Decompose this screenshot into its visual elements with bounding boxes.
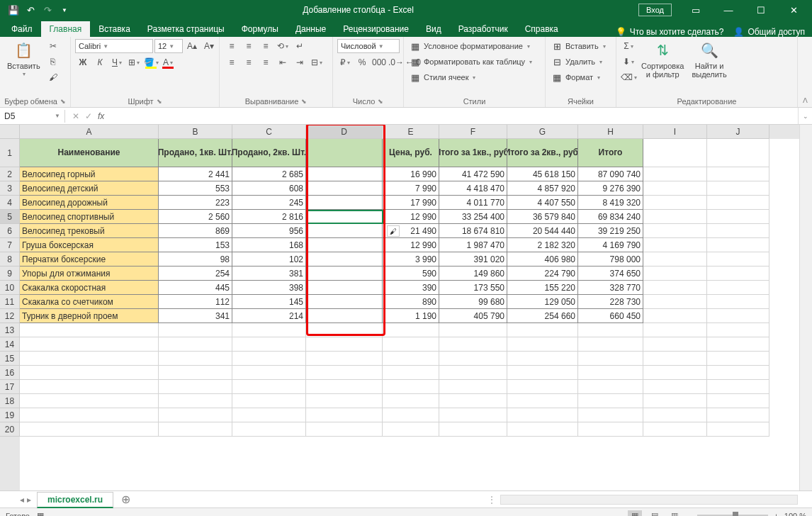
data-cell[interactable]: 391 020 [439, 252, 507, 267]
row-header-6[interactable]: 6 [0, 224, 20, 238]
redo-icon[interactable]: ↷ [40, 2, 55, 18]
vertical-scrollbar[interactable] [799, 125, 812, 490]
data-cell[interactable]: 254 [159, 267, 232, 281]
tab-data[interactable]: Данные [287, 21, 334, 37]
empty-cell[interactable] [383, 380, 439, 394]
data-cell[interactable]: 956 [232, 224, 306, 238]
empty-cell[interactable] [507, 352, 578, 366]
empty-cell[interactable] [383, 352, 439, 366]
empty-cell[interactable] [643, 408, 707, 422]
clipboard-launcher-icon[interactable]: ⬊ [60, 98, 66, 105]
data-cell[interactable] [643, 167, 707, 181]
empty-cell[interactable] [643, 352, 707, 366]
empty-cell[interactable] [159, 337, 232, 352]
horizontal-scrollbar[interactable] [500, 495, 798, 505]
empty-cell[interactable] [578, 366, 643, 380]
data-cell[interactable]: 41 472 590 [439, 167, 507, 181]
empty-cell[interactable] [507, 408, 578, 422]
data-cell[interactable] [306, 238, 383, 252]
header-cell[interactable]: Продано, 1кв. Шт. [159, 139, 232, 167]
empty-cell[interactable] [578, 323, 643, 337]
empty-cell[interactable] [159, 422, 232, 437]
column-header-H[interactable]: H [578, 125, 643, 139]
row-header-13[interactable]: 13 [0, 323, 20, 337]
empty-cell[interactable] [306, 352, 383, 366]
cell-styles-button[interactable]: ▦Стили ячеек▾ [408, 70, 477, 84]
increase-indent-icon[interactable]: ⇥ [292, 55, 308, 69]
paste-options-icon[interactable]: 🖌 [387, 225, 400, 237]
row-header-18[interactable]: 18 [0, 394, 20, 408]
find-select-button[interactable]: 🔍Найти и выделить [689, 39, 729, 80]
row-header-1[interactable]: 1 [0, 139, 20, 167]
empty-cell[interactable] [707, 422, 769, 437]
zoom-in-icon[interactable]: + [774, 512, 778, 517]
border-icon[interactable]: ⊞▾ [126, 55, 142, 69]
qat-dropdown-icon[interactable]: ▼ [57, 2, 72, 18]
expand-formula-bar-icon[interactable]: ⌄ [798, 108, 812, 124]
data-cell[interactable]: 99 680 [439, 295, 507, 309]
empty-cell[interactable] [159, 408, 232, 422]
empty-cell[interactable] [159, 380, 232, 394]
empty-cell[interactable] [232, 380, 306, 394]
row-header-5[interactable]: 5 [0, 210, 20, 224]
align-center-icon[interactable]: ≡ [241, 55, 256, 69]
data-cell[interactable]: 145 [232, 295, 306, 309]
row-header-20[interactable]: 20 [0, 422, 20, 437]
empty-cell[interactable] [232, 422, 306, 437]
row-header-3[interactable]: 3 [0, 181, 20, 196]
data-cell[interactable]: 45 618 150 [507, 167, 578, 181]
empty-cell[interactable] [383, 337, 439, 352]
empty-cell[interactable] [439, 422, 507, 437]
align-top-icon[interactable]: ≡ [224, 39, 239, 53]
data-cell[interactable]: 2 816 [232, 210, 306, 224]
sort-filter-button[interactable]: ⇅Сортировка и фильтр [638, 39, 687, 80]
data-cell[interactable] [643, 267, 707, 281]
tab-home[interactable]: Главная [41, 21, 91, 37]
data-cell[interactable]: Скакалка скоростная [20, 281, 159, 295]
empty-cell[interactable] [507, 422, 578, 437]
empty-cell[interactable] [507, 380, 578, 394]
data-cell[interactable] [707, 295, 769, 309]
empty-cell[interactable] [707, 337, 769, 352]
currency-icon[interactable]: ₽▾ [337, 55, 353, 69]
data-cell[interactable]: 254 660 [507, 309, 578, 323]
data-cell[interactable]: 223 [159, 196, 232, 210]
delete-cells-button[interactable]: ⊟Удалить▾ [550, 55, 604, 69]
empty-cell[interactable] [707, 380, 769, 394]
data-cell[interactable]: Упоры для отжимания [20, 267, 159, 281]
data-cell[interactable] [643, 295, 707, 309]
data-cell[interactable] [306, 196, 383, 210]
data-cell[interactable] [707, 210, 769, 224]
formula-input[interactable] [111, 115, 798, 118]
data-cell[interactable]: 12 990 [383, 238, 439, 252]
row-header-14[interactable]: 14 [0, 337, 20, 352]
data-cell[interactable] [707, 167, 769, 181]
tab-view[interactable]: Вид [417, 21, 450, 37]
data-cell[interactable]: 39 219 250 [578, 224, 643, 238]
empty-cell[interactable] [507, 337, 578, 352]
save-icon[interactable]: 💾 [6, 2, 21, 18]
data-cell[interactable]: 381 [232, 267, 306, 281]
row-header-8[interactable]: 8 [0, 252, 20, 267]
tab-page-layout[interactable]: Разметка страницы [139, 21, 233, 37]
empty-cell[interactable] [20, 422, 159, 437]
empty-cell[interactable] [578, 394, 643, 408]
data-cell[interactable]: 102 [232, 252, 306, 267]
empty-cell[interactable] [578, 352, 643, 366]
close-icon[interactable]: ✕ [779, 1, 808, 18]
data-cell[interactable] [306, 267, 383, 281]
empty-cell[interactable] [306, 366, 383, 380]
spreadsheet-grid[interactable]: ABCDEFGHIJ 12345678910111213141516171819… [0, 125, 812, 490]
data-cell[interactable]: 2 560 [159, 210, 232, 224]
empty-cell[interactable] [232, 366, 306, 380]
data-cell[interactable]: 2 182 320 [507, 238, 578, 252]
data-cell[interactable]: 12 990 [383, 210, 439, 224]
column-header-D[interactable]: D [306, 125, 383, 139]
format-painter-icon[interactable]: 🖌 [45, 70, 61, 84]
row-header-19[interactable]: 19 [0, 408, 20, 422]
comma-icon[interactable]: 000 [371, 55, 387, 69]
data-cell[interactable]: 398 [232, 281, 306, 295]
empty-cell[interactable] [20, 394, 159, 408]
data-cell[interactable] [643, 224, 707, 238]
data-cell[interactable]: 214 [232, 309, 306, 323]
